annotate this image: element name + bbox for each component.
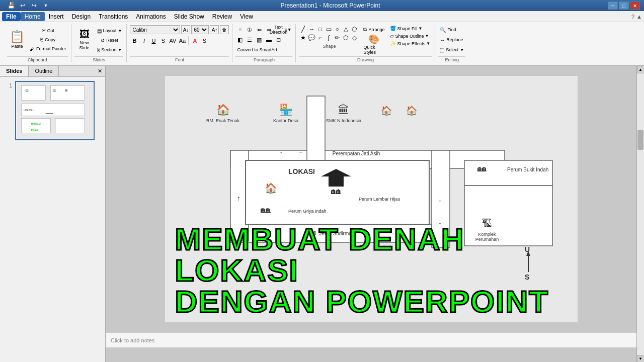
curve-shape[interactable]: ∫ xyxy=(325,34,333,42)
editing-group: 🔍 Find ↔ Replace ⬚ Select ▼ Editing xyxy=(435,24,468,62)
minimize-ribbon[interactable]: ▲ xyxy=(636,14,642,20)
underline-button[interactable]: U xyxy=(149,36,158,45)
connector-shape[interactable]: ⌐ xyxy=(316,34,324,42)
freeform-shape[interactable]: ✏ xyxy=(333,34,341,42)
canvas-wrapper: 🏠 RM. Enak Tenak 🏪 Kantor Desa 🏛 SMK N I… xyxy=(106,66,644,362)
arrange-button[interactable]: ⧉ Arrange xyxy=(361,25,386,34)
save-button[interactable]: 💾 xyxy=(6,1,16,10)
triangle-shape[interactable]: △ xyxy=(342,25,350,33)
menu-transitions[interactable]: Transitions xyxy=(95,12,132,21)
new-slide-button[interactable]: 🖼 New Slide xyxy=(74,25,95,53)
cut-icon: ✂ xyxy=(42,28,46,33)
font-color-button[interactable]: A xyxy=(190,36,199,45)
copy-button[interactable]: ⎘ Copy xyxy=(28,35,68,44)
tab-outline[interactable]: Outline xyxy=(29,66,59,76)
arrange-icon: ⧉ xyxy=(363,27,367,33)
svg-text:🏠: 🏠 xyxy=(264,182,277,194)
maximize-button[interactable]: □ xyxy=(619,2,629,10)
align-center-button[interactable]: ☰ xyxy=(245,35,254,44)
italic-button[interactable]: I xyxy=(139,36,148,45)
slides-list: 1 🏠 🏠 🏛 LOKASI xyxy=(0,77,105,362)
shape-outline-button[interactable]: ▱ Shape Outline ▼ xyxy=(388,33,432,39)
close-panel-button[interactable]: ✕ xyxy=(95,66,105,76)
menu-view[interactable]: View xyxy=(236,12,257,21)
justify-button[interactable]: ▬ xyxy=(264,35,273,44)
svg-text:↓: ↓ xyxy=(438,195,442,203)
shape-label: Shape xyxy=(299,43,359,49)
slide-thumbnail[interactable]: 🏠 🏠 🏛 LOKASI → MEMBUAT DENAH xyxy=(15,81,95,140)
menu-home[interactable]: Home xyxy=(21,12,45,21)
hexagon-shape[interactable]: ⬡ xyxy=(342,34,350,42)
font-size-select[interactable]: 60 xyxy=(191,25,209,34)
diamond-shape[interactable]: ◇ xyxy=(350,34,358,42)
overlay-line2: DENGAN POWERPOINT xyxy=(175,286,568,317)
reset-button[interactable]: ↺ Reset xyxy=(96,36,124,45)
oval-shape[interactable]: ○ xyxy=(333,25,341,33)
char-spacing-button[interactable]: AV xyxy=(168,36,177,45)
convert-smartart-button[interactable]: Convert to SmartArt xyxy=(235,45,279,54)
shape-fill-button[interactable]: 🪣 Shape Fill ▼ xyxy=(388,25,432,32)
find-button[interactable]: 🔍 Find xyxy=(438,25,458,34)
numbered-list-button[interactable]: ① xyxy=(245,25,254,34)
slide-panel-tabs: Slides Outline ✕ xyxy=(0,66,105,77)
align-right-button[interactable]: ▨ xyxy=(255,35,264,44)
close-button[interactable]: ✕ xyxy=(630,2,640,10)
shape-effects-button[interactable]: ✨ Shape Effects ▼ xyxy=(388,40,432,47)
tab-slides[interactable]: Slides xyxy=(0,66,29,76)
increase-font-button[interactable]: A↑ xyxy=(210,25,219,34)
case-button[interactable]: Aa xyxy=(178,36,187,45)
canvas-area[interactable]: 🏠 RM. Enak Tenak 🏪 Kantor Desa 🏛 SMK N I… xyxy=(106,66,636,362)
undo-button[interactable]: ↩ xyxy=(18,1,28,10)
scroll-up-button[interactable]: ▲ xyxy=(637,66,645,73)
strikethrough-button[interactable]: S xyxy=(158,36,168,45)
ribbon-content: 📋 Paste ✂ Cut ⎘ Copy 🖌 xyxy=(2,23,642,63)
scroll-track[interactable] xyxy=(637,73,644,355)
menu-file[interactable]: File xyxy=(2,12,21,21)
bullet-list-button[interactable]: ≡ xyxy=(235,25,245,34)
clear-format-button[interactable]: 🗑 xyxy=(220,25,229,34)
svg-text:Perum Griya Indah: Perum Griya Indah xyxy=(288,209,327,214)
minimize-button[interactable]: ─ xyxy=(608,2,618,10)
redo-button[interactable]: ↪ xyxy=(29,1,39,10)
svg-text:→: → xyxy=(298,150,302,155)
title-bar: 💾 ↩ ↪ ▼ Presentation1 - Microsoft PowerP… xyxy=(0,0,644,11)
round-rect-shape[interactable]: ▭ xyxy=(325,25,333,33)
scroll-thumb[interactable] xyxy=(637,130,643,150)
shape-outline-icon: ▱ xyxy=(390,33,394,39)
menu-animations[interactable]: Animations xyxy=(132,12,170,21)
rect-shape[interactable]: □ xyxy=(316,25,324,33)
pentagon-shape[interactable]: ⬠ xyxy=(350,25,358,33)
star-shape[interactable]: ★ xyxy=(299,34,307,42)
decrease-indent-button[interactable]: ⇐ xyxy=(255,25,264,34)
menu-design[interactable]: Design xyxy=(68,12,95,21)
columns-button[interactable]: ⊟ xyxy=(274,35,283,44)
align-left-button[interactable]: ◧ xyxy=(235,35,245,44)
scroll-down-button[interactable]: ▼ xyxy=(637,355,645,362)
svg-text:🏠: 🏠 xyxy=(406,105,418,116)
quick-styles-button[interactable]: 🎨 Quick Styles xyxy=(361,35,386,53)
format-painter-button[interactable]: 🖌 Format Painter xyxy=(28,45,68,53)
bold-button[interactable]: B xyxy=(130,36,139,45)
menu-review[interactable]: Review xyxy=(208,12,236,21)
menu-slideshow[interactable]: Slide Show xyxy=(170,12,208,21)
menu-insert[interactable]: Insert xyxy=(45,12,68,21)
customize-quick-access[interactable]: ▼ xyxy=(41,1,51,10)
layout-button[interactable]: ▤ Layout ▼ xyxy=(96,26,124,35)
replace-button[interactable]: ↔ Replace xyxy=(438,35,464,44)
shapes-palette: ╱ → □ ▭ ○ △ ⬠ ★ 💬 ⌐ ∫ ✏ ⬡ ◇ xyxy=(299,25,359,49)
text-direction-button[interactable]: Text Direction xyxy=(274,25,283,34)
callout-shape[interactable]: 💬 xyxy=(307,34,315,42)
line-shape[interactable]: ╱ xyxy=(299,25,307,33)
align-text-button[interactable]: ≡▼ xyxy=(283,25,292,34)
svg-text:RM. Enak Tenak: RM. Enak Tenak xyxy=(206,118,239,123)
right-scrollbar[interactable]: ▲ ▼ xyxy=(636,66,644,362)
paste-button[interactable]: 📋 Paste xyxy=(7,25,27,53)
decrease-font-button[interactable]: A↓ xyxy=(181,25,190,34)
select-button[interactable]: ⬚ Select ▼ xyxy=(438,45,465,54)
arrow-shape[interactable]: → xyxy=(307,25,315,33)
cut-button[interactable]: ✂ Cut xyxy=(28,26,68,35)
font-shadow-button[interactable]: S xyxy=(200,36,209,45)
notes-area[interactable]: Click to add notes xyxy=(106,332,636,347)
section-button[interactable]: § Section ▼ xyxy=(96,45,124,54)
font-family-select[interactable]: Calibri xyxy=(130,25,180,34)
